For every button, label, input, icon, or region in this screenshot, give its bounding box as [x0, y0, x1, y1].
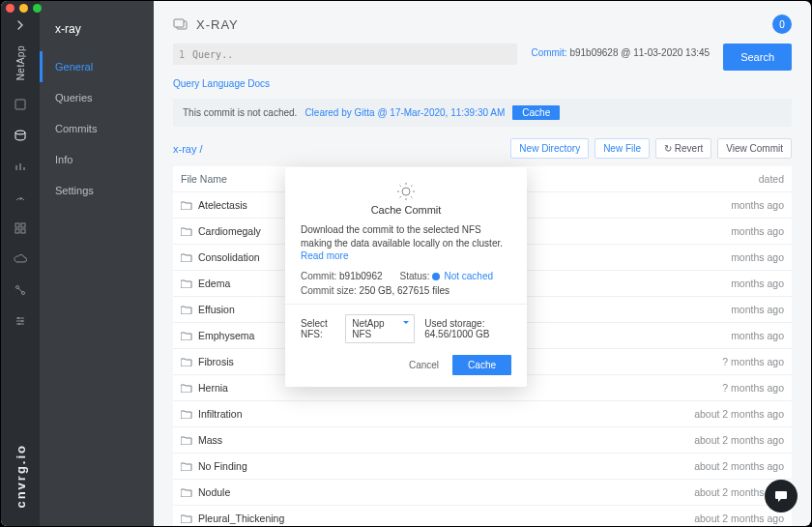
cloud-icon[interactable] [14, 252, 27, 266]
file-dated: ? months ago [668, 356, 784, 367]
brand-label: cnvrg.io [14, 444, 28, 509]
folder-icon [181, 409, 192, 419]
sidebar-item-label: Info [55, 154, 72, 165]
file-name: Fibrosis [198, 356, 234, 367]
query-language-docs-link[interactable]: Query Language Docs [173, 78, 792, 89]
file-name: Emphysema [198, 330, 254, 341]
table-row[interactable]: Pleural_Thickeningabout 2 months ago [173, 506, 792, 526]
table-row[interactable]: No Findingabout 2 months ago [173, 454, 792, 480]
svg-rect-4 [15, 229, 19, 233]
file-dated: about 2 months ago [668, 408, 784, 420]
folder-icon [181, 331, 192, 340]
revert-button[interactable]: ↻ Revert [655, 138, 711, 159]
commit-label: Commit: [531, 47, 566, 58]
svg-point-1 [15, 131, 25, 134]
search-button[interactable]: Search [723, 44, 792, 71]
view-commit-button[interactable]: View Commit [717, 138, 792, 159]
file-dated: months ago [668, 225, 784, 237]
file-name: Consolidation [198, 251, 260, 263]
sidebar-title: x-ray [40, 18, 154, 51]
file-name: Nodule [198, 486, 230, 498]
sidebar: x-ray General Queries Commits Info Setti… [40, 1, 154, 526]
modal-commit-row: Commit: b91b0962 Status: Not cached [301, 271, 511, 281]
file-dated: months ago [668, 251, 784, 263]
maximize-dot[interactable] [33, 4, 42, 13]
sidebar-item-settings[interactable]: Settings [40, 175, 154, 206]
sliders-icon[interactable] [14, 314, 27, 328]
gear-icon [301, 181, 511, 202]
modal-size-label: Commit size: [301, 285, 357, 296]
used-storage-value: 64.56/1000 GB [424, 329, 489, 339]
commit-info: Commit: b91b09628 @ 11-03-2020 13:45 [527, 44, 713, 62]
status-dot-icon [432, 273, 440, 280]
col-dated[interactable]: dated [668, 173, 784, 185]
svg-rect-0 [15, 100, 25, 109]
table-row[interactable]: Infiltrationabout 2 months ago [173, 401, 792, 427]
view-commit-label: View Commit [726, 143, 783, 154]
minimize-dot[interactable] [19, 4, 28, 13]
folder-icon [181, 487, 192, 497]
folder-icon [181, 357, 192, 366]
commit-value: b91b09628 @ 11-03-2020 13:45 [569, 47, 710, 58]
cache-button[interactable]: Cache [452, 355, 511, 375]
cache-commit-modal: Cache Commit Download the commit to the … [285, 167, 527, 387]
database-icon[interactable] [14, 129, 27, 142]
modal-footer: Cancel Cache [301, 355, 511, 375]
folder-icon [181, 226, 192, 236]
sidebar-item-general[interactable]: General [40, 51, 154, 82]
icon-rail: NetApp cnvrg.io [1, 1, 40, 526]
folder-icon [181, 461, 192, 471]
folder-icon [181, 513, 192, 523]
header-icon [173, 18, 188, 30]
sidebar-item-label: Settings [55, 185, 94, 196]
svg-point-13 [402, 188, 410, 195]
sidebar-item-commits[interactable]: Commits [40, 113, 154, 144]
folder-icon [181, 305, 192, 314]
query-input[interactable]: 1 Query.. [173, 44, 517, 65]
svg-point-9 [21, 320, 23, 322]
modal-commit-label: Commit: [301, 271, 336, 281]
cancel-button[interactable]: Cancel [409, 360, 439, 370]
file-dated: ? months ago [668, 382, 784, 394]
notification-badge[interactable]: 0 [772, 15, 792, 34]
read-more-link[interactable]: Read more [301, 250, 348, 261]
rail-vertical-label: NetApp [15, 45, 26, 80]
banner-cache-button[interactable]: Cache [512, 105, 560, 120]
folder-icon [181, 383, 192, 393]
query-row: 1 Query.. Commit: b91b09628 @ 11-03-2020… [173, 44, 792, 71]
folder-icon [181, 200, 192, 210]
new-file-button[interactable]: New File [594, 138, 650, 159]
path-row: x-ray / New Directory New File ↻ Revert … [173, 138, 792, 159]
modal-description: Download the commit to the selected NFS … [301, 223, 511, 263]
gauge-icon[interactable] [14, 190, 27, 204]
chat-launcher[interactable] [765, 480, 798, 512]
chart-icon[interactable] [14, 160, 27, 173]
close-dot[interactable] [6, 4, 14, 13]
file-name: Effusion [198, 304, 235, 315]
select-nfs-row: Select NFS: NetApp NFS Used storage: 64.… [301, 314, 511, 343]
query-line-number: 1 [179, 49, 185, 60]
modal-status-value: Not cached [444, 271, 493, 281]
modal-size-value: 250 GB, 627615 files [360, 285, 450, 296]
table-row[interactable]: Massabout 2 months ago [173, 427, 792, 454]
folder-icon [181, 252, 192, 262]
svg-point-10 [18, 323, 20, 325]
sidebar-item-queries[interactable]: Queries [40, 82, 154, 113]
file-dated: months ago [668, 278, 784, 289]
grid-icon[interactable] [14, 221, 27, 235]
svg-rect-3 [21, 223, 25, 227]
file-name: Atelectasis [198, 199, 247, 211]
flow-icon[interactable] [14, 283, 27, 297]
banner-cleared-link[interactable]: Cleared by Gitta @ 17-Mar-2020, 11:39:30… [304, 107, 505, 118]
table-row[interactable]: Noduleabout 2 months ago [173, 480, 792, 506]
header: X-RAY 0 [154, 1, 811, 44]
sidebar-item-info[interactable]: Info [40, 144, 154, 175]
select-nfs-label: Select NFS: [301, 318, 335, 339]
new-directory-button[interactable]: New Directory [510, 138, 589, 159]
file-dated: about 2 months ago [668, 460, 784, 472]
breadcrumb[interactable]: x-ray / [173, 143, 203, 155]
chevron-right-icon[interactable] [14, 18, 27, 32]
overview-icon[interactable] [14, 98, 27, 111]
nfs-select[interactable]: NetApp NFS [345, 314, 415, 343]
file-name: Cardiomegaly [198, 225, 261, 237]
